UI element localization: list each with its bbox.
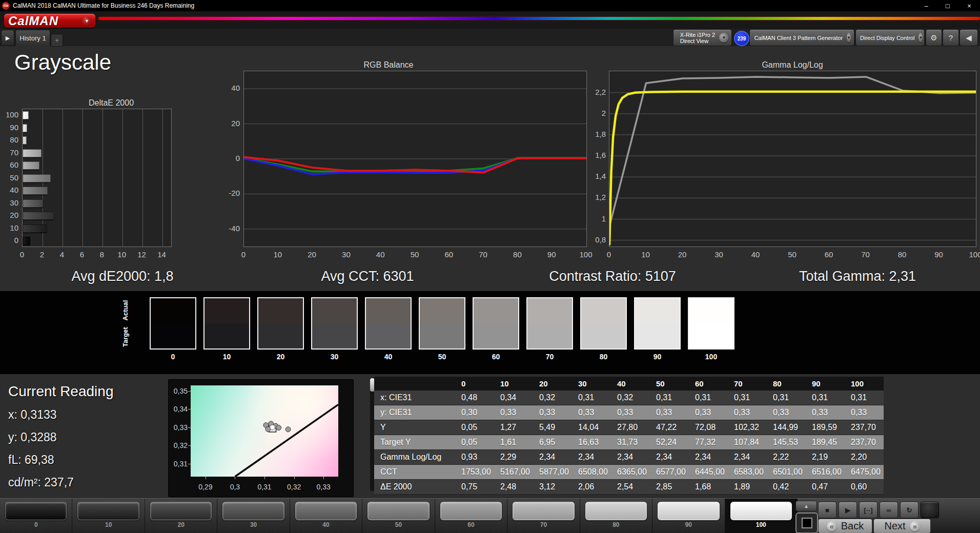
meter-status-stripe bbox=[675, 31, 678, 44]
pattern-level-button-20[interactable]: 20 bbox=[145, 499, 217, 533]
table-cell: 0,42 bbox=[767, 480, 806, 495]
actual-swatch-half bbox=[474, 298, 518, 323]
pattern-swatch bbox=[150, 502, 212, 520]
axis-tick-label: 0 bbox=[607, 250, 611, 259]
table-row: ΔE 20000,752,483,122,062,542,851,681,890… bbox=[374, 480, 884, 495]
target-swatch-half bbox=[689, 323, 733, 348]
chevron-down-icon[interactable]: ▼ bbox=[918, 33, 923, 43]
deltae-bar bbox=[23, 124, 27, 132]
axis-tick-label: 20 bbox=[219, 119, 240, 128]
pattern-level-button-90[interactable]: 90 bbox=[652, 499, 725, 533]
next-button[interactable]: Next » bbox=[873, 519, 931, 533]
table-row: CCT1753,005167,005877,006508,006365,0065… bbox=[374, 465, 884, 480]
table-cell: 0,31 bbox=[689, 391, 728, 405]
axis-tick-label: 20 bbox=[308, 250, 316, 259]
pattern-level-button-0[interactable]: 0 bbox=[0, 499, 72, 533]
play-button[interactable]: ▶ bbox=[839, 502, 857, 518]
grayscale-swatch bbox=[257, 297, 304, 350]
table-cell: 0,33 bbox=[689, 405, 728, 420]
axis-tick-label: 0 bbox=[241, 250, 246, 259]
pattern-level-button-50[interactable]: 50 bbox=[362, 499, 435, 533]
chevron-down-icon[interactable]: ▼ bbox=[719, 33, 728, 43]
table-cell: 0,33 bbox=[728, 405, 767, 420]
deltae-bar bbox=[23, 174, 51, 182]
meter-dropdown[interactable]: X-Rite i1Pro 2Direct View ▼ bbox=[673, 29, 732, 46]
pattern-level-button-100[interactable]: 100 bbox=[725, 499, 798, 533]
pattern-level-button-70[interactable]: 70 bbox=[507, 499, 580, 533]
axis-tick-label: 30 bbox=[342, 250, 351, 259]
table-cell: 3,12 bbox=[533, 480, 572, 495]
cie-chart-panel: 0,350,340,330,320,310,290,30,310,320,33 bbox=[168, 379, 354, 497]
deltae-bar bbox=[23, 136, 27, 145]
axis-tick-label: 100 bbox=[579, 250, 592, 259]
loop-button[interactable]: ↻ bbox=[900, 502, 918, 518]
table-column-header: 10 bbox=[494, 377, 533, 391]
pattern-level-button-80[interactable]: 80 bbox=[580, 499, 652, 533]
axis-tick-label: 10 bbox=[641, 250, 650, 259]
table-cell: 6577,00 bbox=[650, 465, 689, 480]
add-tab-button[interactable]: + bbox=[51, 34, 63, 47]
axis-tick-label: 80 bbox=[513, 250, 522, 259]
pattern-swatch bbox=[730, 502, 792, 520]
table-row-label: x: CIE31 bbox=[374, 391, 455, 405]
calman-logo-menu[interactable]: CalMAN ▼ bbox=[4, 14, 95, 28]
next-chevron-icon: » bbox=[910, 521, 920, 531]
calman-app: CM CalMAN 2018 CalMAN Ultimate for Busin… bbox=[0, 0, 980, 533]
table-cell: 0,33 bbox=[806, 405, 845, 420]
table-cell: 72,08 bbox=[689, 420, 728, 435]
back-button[interactable]: « Back bbox=[818, 519, 872, 533]
cie-y-tick-label: 0,33 bbox=[171, 423, 188, 432]
pattern-level-button-10[interactable]: 10 bbox=[72, 499, 145, 533]
pattern-swatch bbox=[368, 502, 429, 520]
pattern-size-button[interactable]: [··] bbox=[859, 502, 877, 518]
help-icon[interactable]: ? bbox=[943, 29, 959, 46]
collapse-panel-icon[interactable]: ◀ bbox=[959, 29, 978, 46]
gear-icon[interactable]: ⚙ bbox=[926, 29, 942, 46]
table-corner-cell bbox=[374, 377, 455, 391]
table-cell: 1,68 bbox=[689, 480, 728, 495]
axis-tick-label: 70 bbox=[0, 148, 18, 157]
axis-tick-label: 50 bbox=[0, 173, 18, 182]
display-control-dropdown[interactable]: Direct Display Control ▼ bbox=[855, 29, 925, 46]
expand-up-button[interactable]: ▲ bbox=[795, 501, 817, 511]
table-cell: 0,33 bbox=[494, 405, 533, 420]
pattern-source-dropdown[interactable]: CalMAN Client 3 Pattern Generator ▼ bbox=[749, 29, 854, 46]
table-row: Gamma Log/Log0,932,292,342,342,342,342,3… bbox=[374, 450, 884, 465]
table-cell: 0,48 bbox=[455, 391, 494, 405]
pattern-level-label: 80 bbox=[580, 521, 652, 528]
grayscale-swatch bbox=[203, 297, 250, 350]
continuous-button[interactable]: ∞ bbox=[880, 502, 898, 518]
axis-tick-label: 10 bbox=[0, 223, 18, 232]
total-gamma-stat: Total Gamma: 2,31 bbox=[735, 269, 980, 284]
chevron-down-icon[interactable]: ▼ bbox=[83, 16, 91, 25]
pattern-window-button[interactable] bbox=[795, 512, 818, 533]
axis-tick-label: 0 bbox=[219, 154, 240, 162]
pattern-level-button-30[interactable]: 30 bbox=[217, 499, 290, 533]
pattern-level-button-60[interactable]: 60 bbox=[435, 499, 507, 533]
record-button[interactable] bbox=[921, 502, 939, 518]
deltae-bar bbox=[23, 149, 42, 157]
close-button[interactable]: × bbox=[958, 0, 980, 11]
stop-button[interactable]: ■ bbox=[818, 502, 836, 518]
swatch-level-label: 30 bbox=[311, 353, 358, 361]
layout-nav-arrow-button[interactable]: ▶ bbox=[1, 30, 14, 46]
chevron-down-icon[interactable]: ▼ bbox=[847, 33, 851, 43]
axis-tick-label: 40 bbox=[376, 250, 385, 259]
deltae-bar bbox=[23, 212, 54, 220]
pattern-level-button-40[interactable]: 40 bbox=[290, 499, 362, 533]
tab-history-1[interactable]: History 1 bbox=[15, 30, 50, 46]
minimize-button[interactable]: – bbox=[915, 0, 937, 11]
axis-tick-label: 40 bbox=[0, 186, 18, 194]
table-cell: 2,19 bbox=[806, 450, 845, 465]
logo-text: CalMAN bbox=[8, 14, 58, 28]
grayscale-swatch bbox=[580, 297, 627, 350]
pattern-level-label: 20 bbox=[145, 521, 217, 528]
table-cell: 6365,00 bbox=[611, 465, 650, 480]
tab-bar: ▶ History 1 + X-Rite i1Pro 2Direct View … bbox=[0, 29, 980, 46]
axis-tick-label: 1,6 bbox=[584, 151, 606, 159]
swatch-level-label: 90 bbox=[634, 353, 681, 361]
maximize-button[interactable]: □ bbox=[937, 0, 958, 11]
swatch-level-label: 70 bbox=[526, 353, 573, 361]
table-cell: 145,53 bbox=[767, 435, 806, 450]
actual-swatch-half bbox=[581, 298, 626, 323]
